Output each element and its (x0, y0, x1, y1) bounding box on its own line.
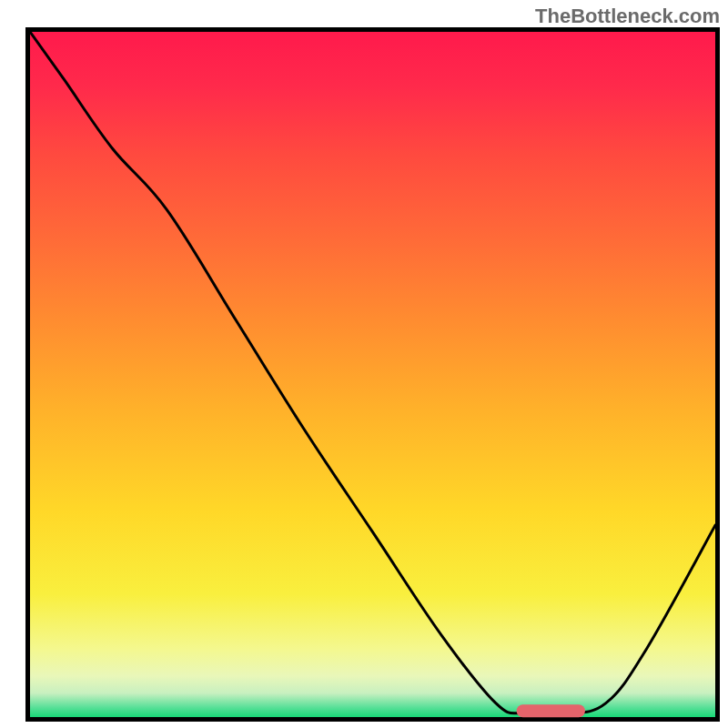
optimal-range-marker (517, 704, 585, 717)
plot-svg (0, 0, 728, 728)
gradient-background (30, 32, 715, 717)
chart-root: { "watermark": "TheBottleneck.com", "fra… (0, 0, 728, 728)
